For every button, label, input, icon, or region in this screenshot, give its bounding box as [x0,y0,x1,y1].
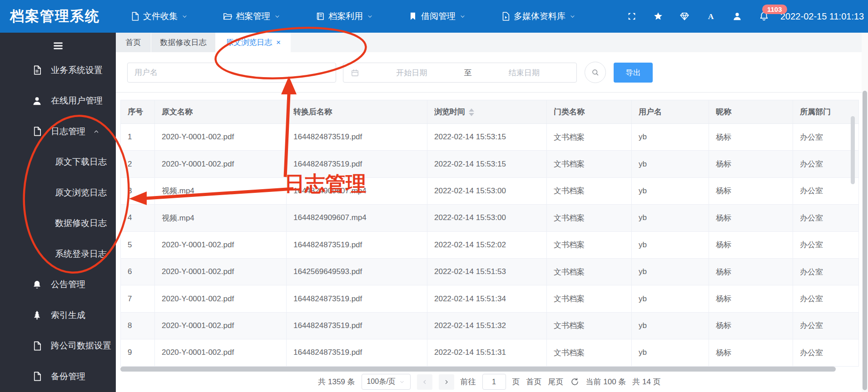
main-content: 首页 数据修改日志 原文浏览日志 × 开始日期 至 结束日期 导出 [116,33,862,392]
sidebar-item-business-settings[interactable]: 业务系统设置 [0,55,116,86]
prev-page-button[interactable] [417,374,432,390]
pdf-file-icon [32,126,42,137]
sidebar-item-backup[interactable]: 备份管理 [0,361,116,392]
sidebar-item-announcement[interactable]: 公告管理 [0,270,116,300]
sidebar-item-label: 备份管理 [51,371,85,382]
file-icon [32,371,42,382]
sidebar-item-original-view-log[interactable]: 原文浏览日志 [0,177,116,208]
folder-open-icon [223,11,233,21]
col-header-department: 所属部门 [793,100,859,124]
col-header-converted-name: 转换后名称 [287,100,427,124]
sidebar-item-cross-company[interactable]: 跨公司数据设置 [0,331,116,362]
star-icon[interactable] [653,11,663,21]
chevron-down-icon [399,379,405,385]
document-icon [32,65,42,75]
log-table: 序号 原文名称 转换后名称 浏览时间 门类名称 用户名 昵称 所属部门 1202… [120,100,858,367]
table-row: 52020-Y-0001-002.pdf1644824873519.pdf202… [121,231,859,258]
nav-item-label: 文件收集 [143,10,178,22]
export-button[interactable]: 导出 [614,63,653,83]
tab-home[interactable]: 首页 [116,33,151,52]
page-size-select[interactable]: 100条/页 [362,374,411,390]
bell-icon [32,279,42,290]
table-row: 82020-Y-0001-002.pdf1644824873519.pdf202… [121,312,859,339]
notification-bell[interactable]: 1103 [759,11,769,22]
nav-item-archive-utilization[interactable]: 档案利用 [315,10,373,22]
sidebar-item-label: 原文浏览日志 [55,187,107,199]
current-count: 当前 100 条 [586,377,626,387]
sidebar: 业务系统设置 在线用户管理 日志管理 原文下载日志 原文浏览日志 数据修改日志 … [0,33,116,392]
last-page-link[interactable]: 尾页 [548,377,564,387]
sidebar-collapse-button[interactable] [0,33,116,55]
nav-item-archive-management[interactable]: 档案管理 [223,10,281,22]
page-scrollbar[interactable] [862,33,868,392]
sidebar-item-online-users[interactable]: 在线用户管理 [0,86,116,117]
table-row: 12020-Y-0001-002.pdf1644824873519.pdf202… [121,124,859,151]
nav-item-file-collection[interactable]: 文件收集 [130,10,188,22]
col-header-view-time[interactable]: 浏览时间 [427,100,547,124]
close-icon[interactable]: × [276,39,281,46]
first-page-link[interactable]: 首页 [526,377,542,387]
tab-label: 首页 [126,37,141,48]
sidebar-item-index-generation[interactable]: 索引生成 [0,300,116,331]
file-icon [32,341,42,351]
main-nav: 文件收集 档案管理 档案利用 借阅管理 多媒体资料库 [130,10,610,22]
sidebar-item-label: 索引生成 [51,309,85,321]
nav-item-multimedia-library[interactable]: 多媒体资料库 [501,10,576,22]
table-row: 4视频.mp41644824909607.mp42022-02-14 15:53… [121,205,859,231]
sidebar-item-label: 系统登录日志 [55,248,107,260]
end-date-placeholder[interactable]: 结束日期 [472,68,577,78]
sidebar-item-label: 日志管理 [51,126,85,137]
hamburger-icon [52,40,64,52]
page-unit-label: 页 [512,377,520,387]
sidebar-item-label: 跨公司数据设置 [51,340,111,352]
nav-item-label: 档案利用 [328,10,363,22]
col-header-index: 序号 [121,100,155,124]
next-page-button[interactable] [439,374,454,390]
bookmark-icon [408,11,418,21]
tab-original-view-log[interactable]: 原文浏览日志 × [216,33,291,52]
sidebar-item-system-login-log[interactable]: 系统登录日志 [0,239,116,270]
date-range-input[interactable]: 开始日期 至 结束日期 [343,63,577,83]
table-row: 92020-Y-0001-002.pdf1644824873519.pdf202… [121,339,859,366]
sidebar-item-label: 数据修改日志 [55,217,107,229]
sidebar-item-original-download-log[interactable]: 原文下载日志 [0,147,116,178]
notification-badge: 1103 [762,5,787,14]
tab-bar: 首页 数据修改日志 原文浏览日志 × [116,33,862,52]
nav-item-label: 档案管理 [236,10,270,22]
chevron-left-icon [421,378,428,386]
nav-item-borrow-management[interactable]: 借阅管理 [408,10,466,22]
goto-label: 前往 [461,377,476,387]
refresh-icon[interactable] [570,377,580,387]
table-horizontal-scrollbar[interactable] [120,367,836,372]
fullscreen-icon[interactable] [627,11,637,21]
table-row: 22020-Y-0001-002.pdf1644824873519.pdf202… [121,151,859,177]
font-size-icon[interactable] [706,11,716,21]
chevron-down-icon [181,13,188,20]
chevron-down-icon [569,13,576,20]
page-number-input[interactable] [482,374,506,390]
page-scrollbar-thumb[interactable] [863,91,867,390]
calendar-icon [351,69,359,77]
date-range-separator: 至 [464,68,472,78]
table-header-row: 序号 原文名称 转换后名称 浏览时间 门类名称 用户名 昵称 所属部门 [121,100,859,124]
search-button[interactable] [585,62,606,83]
user-icon [32,96,42,106]
tree-icon [32,310,42,320]
sort-icon[interactable] [469,108,474,116]
chevron-down-icon [367,13,373,20]
table-row: 72020-Y-0001-002.pdf1644824873519.pdf202… [121,285,859,312]
tab-data-modify-log[interactable]: 数据修改日志 [151,33,216,52]
sidebar-item-log-management[interactable]: 日志管理 [0,116,116,147]
sidebar-item-data-modify-log[interactable]: 数据修改日志 [0,208,116,239]
app-title: 档案管理系统 [0,7,110,26]
media-file-icon [501,11,511,21]
total-count: 共 1359 条 [318,377,355,387]
pagination: 共 1359 条 100条/页 前往 页 首页 尾页 当前 100 条 共 14… [120,374,858,390]
username-input[interactable] [127,63,336,83]
user-icon[interactable] [732,11,742,21]
top-toolbar: 1103 2022-02-15 11:01:13 你好 杨标 [610,10,868,22]
start-date-placeholder[interactable]: 开始日期 [359,68,464,78]
table-vertical-scrollbar[interactable] [851,116,855,184]
gem-icon[interactable] [680,11,689,21]
book-icon [315,11,325,21]
